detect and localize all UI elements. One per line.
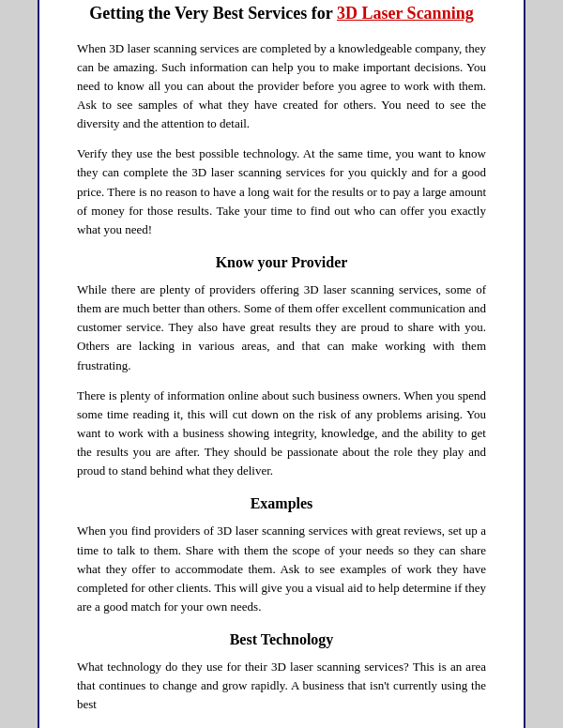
section1-heading: Know your Provider xyxy=(77,254,486,271)
section3-heading: Best Technology xyxy=(77,631,486,648)
intro-paragraph-2: Verify they use the best possible techno… xyxy=(77,144,486,239)
section1-paragraph-2: There is plenty of information online ab… xyxy=(77,387,486,481)
section1-paragraph-1: While there are plenty of providers offe… xyxy=(77,281,486,375)
intro-paragraph-1: When 3D laser scanning services are comp… xyxy=(77,39,486,134)
title-block: Getting the Very Best Services for 3D La… xyxy=(77,2,486,25)
section2-paragraph-1: When you find providers of 3D laser scan… xyxy=(77,522,486,616)
section2-heading: Examples xyxy=(77,495,486,512)
section3-paragraph-1: What technology do they use for their 3D… xyxy=(77,658,486,714)
main-title: Getting the Very Best Services for 3D La… xyxy=(77,2,486,25)
title-text-part1: Getting the Very Best Services for xyxy=(89,4,337,23)
page-container: Getting the Very Best Services for 3D La… xyxy=(38,0,525,728)
title-link[interactable]: 3D Laser Scanning xyxy=(337,4,474,23)
